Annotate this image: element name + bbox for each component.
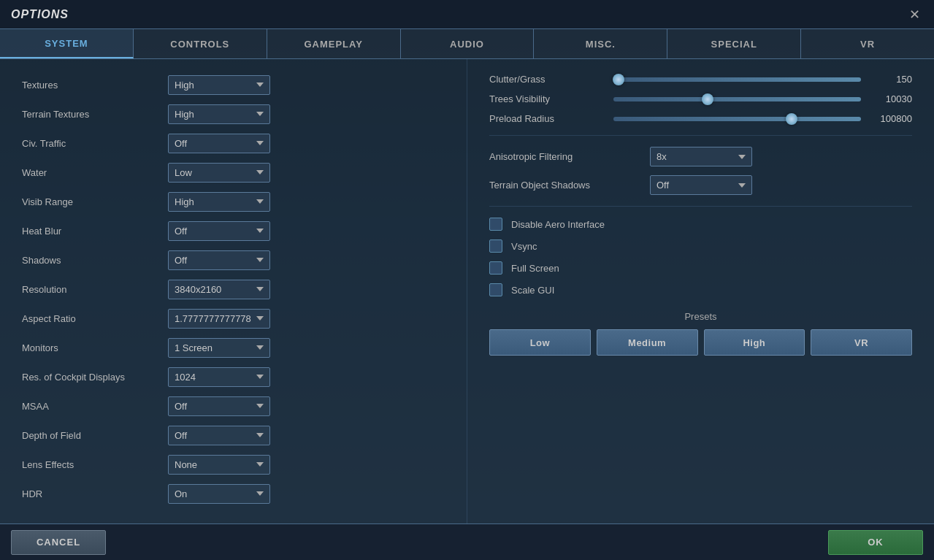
terrain-object-shadows-label: Terrain Object Shadows — [489, 180, 650, 191]
tab-controls[interactable]: CONTROLS — [134, 29, 267, 58]
setting-dof: Depth of Field OffLowMediumHigh — [22, 424, 445, 446]
setting-monitors: Monitors 1 Screen2 Screens3 Screens — [22, 337, 445, 358]
ok-button[interactable]: OK — [828, 530, 923, 555]
vsync-label: Vsync — [511, 241, 537, 252]
divider-1 — [489, 135, 912, 136]
monitors-control: 1 Screen2 Screens3 Screens — [168, 338, 445, 358]
tab-vr[interactable]: VR — [801, 29, 934, 58]
tab-special[interactable]: SPECIAL — [667, 29, 801, 58]
lens-effects-dropdown[interactable]: NoneLowMediumHigh — [168, 455, 270, 475]
setting-civ-traffic: Civ. Traffic OffLowMediumHigh — [22, 132, 445, 154]
scale-gui-label: Scale GUI — [511, 285, 554, 296]
textures-dropdown[interactable]: HighMediumLow — [168, 75, 270, 95]
preset-high-button[interactable]: High — [704, 329, 805, 356]
terrain-textures-control: HighMediumLow — [168, 104, 445, 124]
checkboxes-section: Disable Aero Interface Vsync Full Screen… — [489, 218, 912, 296]
preset-low-button[interactable]: Low — [489, 329, 591, 356]
terrain-textures-label: Terrain Textures — [22, 109, 168, 120]
tab-audio[interactable]: AUDIO — [401, 29, 535, 58]
civ-traffic-label: Civ. Traffic — [22, 138, 168, 149]
tab-gameplay-label: GAMEPLAY — [304, 39, 362, 50]
presets-section: Presets Low Medium High VR — [489, 311, 912, 356]
tab-misc[interactable]: MISC. — [534, 29, 667, 58]
preset-medium-button[interactable]: Medium — [597, 329, 698, 356]
fullscreen-checkbox[interactable] — [489, 261, 502, 275]
civ-traffic-control: OffLowMediumHigh — [168, 134, 445, 153]
setting-msaa: MSAA Off2x4x8x — [22, 395, 445, 417]
scale-gui-checkbox[interactable] — [489, 283, 502, 296]
resolution-dropdown[interactable]: 3840x21601920x10802560x1440 — [168, 280, 270, 299]
disable-aero-label: Disable Aero Interface — [511, 219, 605, 230]
setting-resolution: Resolution 3840x21601920x10802560x1440 — [22, 278, 445, 300]
aspect-ratio-dropdown[interactable]: 1.77777777777781.3333333333333 — [168, 309, 270, 329]
tabbar: SYSTEM CONTROLS GAMEPLAY AUDIO MISC. SPE… — [0, 29, 934, 59]
trees-visibility-label: Trees Visibility — [489, 93, 606, 104]
clutter-grass-label: Clutter/Grass — [489, 74, 606, 85]
monitors-dropdown[interactable]: 1 Screen2 Screens3 Screens — [168, 338, 270, 358]
tab-audio-label: AUDIO — [450, 39, 484, 50]
setting-visib-range: Visib Range HighMediumLow — [22, 191, 445, 212]
water-label: Water — [22, 167, 168, 178]
msaa-control: Off2x4x8x — [168, 396, 445, 416]
water-dropdown[interactable]: LowMediumHigh — [168, 163, 270, 183]
setting-terrain-textures: Terrain Textures HighMediumLow — [22, 103, 445, 125]
content-area: Textures HighMediumLow Terrain Textures … — [0, 59, 934, 523]
dof-control: OffLowMediumHigh — [168, 426, 445, 445]
msaa-dropdown[interactable]: Off2x4x8x — [168, 396, 270, 416]
titlebar: OPTIONS ✕ — [0, 0, 934, 29]
cockpit-displays-label: Res. of Cockpit Displays — [22, 372, 168, 383]
terrain-textures-dropdown[interactable]: HighMediumLow — [168, 104, 270, 124]
slider-preload-radius: Preload Radius 100800 — [489, 113, 912, 124]
aspect-ratio-control: 1.77777777777781.3333333333333 — [168, 309, 445, 329]
preload-radius-thumb[interactable] — [786, 113, 797, 125]
textures-control: HighMediumLow — [168, 75, 445, 95]
checkbox-disable-aero: Disable Aero Interface — [489, 218, 912, 231]
checkbox-fullscreen: Full Screen — [489, 261, 912, 275]
tab-system[interactable]: SYSTEM — [0, 29, 134, 58]
checkbox-scale-gui: Scale GUI — [489, 283, 912, 296]
options-window: OPTIONS ✕ SYSTEM CONTROLS GAMEPLAY AUDIO… — [0, 0, 934, 560]
filter-terrain-shadow: Terrain Object Shadows OffLowMediumHigh — [489, 175, 912, 195]
disable-aero-checkbox[interactable] — [489, 218, 502, 231]
slider-trees-visibility: Trees Visibility 10030 — [489, 93, 912, 104]
hdr-dropdown[interactable]: OnOff — [168, 484, 270, 504]
dof-dropdown[interactable]: OffLowMediumHigh — [168, 426, 270, 445]
clutter-grass-track[interactable] — [613, 77, 861, 82]
resolution-label: Resolution — [22, 284, 168, 295]
visib-range-dropdown[interactable]: HighMediumLow — [168, 192, 270, 212]
tab-special-label: SPECIAL — [711, 39, 757, 50]
setting-lens-effects: Lens Effects NoneLowMediumHigh — [22, 453, 445, 475]
right-panel: Clutter/Grass 150 Trees Visibility 10030… — [467, 59, 934, 523]
shadows-dropdown[interactable]: OffLowMediumHigh — [168, 250, 270, 270]
textures-label: Textures — [22, 80, 168, 91]
setting-water: Water LowMediumHigh — [22, 161, 445, 183]
cockpit-displays-control: 10245122048 — [168, 367, 445, 387]
divider-2 — [489, 206, 912, 207]
setting-hdr: HDR OnOff — [22, 483, 445, 505]
visib-range-label: Visib Range — [22, 196, 168, 207]
heat-blur-dropdown[interactable]: OffOn — [168, 221, 270, 241]
footer: CANCEL OK — [0, 523, 934, 560]
resolution-control: 3840x21601920x10802560x1440 — [168, 280, 445, 299]
trees-visibility-thumb[interactable] — [702, 93, 713, 105]
clutter-grass-thumb[interactable] — [613, 74, 624, 85]
close-button[interactable]: ✕ — [906, 6, 923, 23]
trees-visibility-track[interactable] — [613, 97, 861, 101]
preset-vr-button[interactable]: VR — [811, 329, 912, 356]
tab-misc-label: MISC. — [586, 39, 616, 50]
shadows-control: OffLowMediumHigh — [168, 250, 445, 270]
preload-radius-track[interactable] — [613, 117, 861, 121]
presets-title: Presets — [489, 311, 912, 322]
cockpit-displays-dropdown[interactable]: 10245122048 — [168, 367, 270, 387]
tab-gameplay[interactable]: GAMEPLAY — [267, 29, 401, 58]
visib-range-control: HighMediumLow — [168, 192, 445, 212]
tab-vr-label: VR — [860, 39, 875, 50]
civ-traffic-dropdown[interactable]: OffLowMediumHigh — [168, 134, 270, 153]
slider-clutter-grass: Clutter/Grass 150 — [489, 74, 912, 85]
cancel-button[interactable]: CANCEL — [11, 530, 106, 555]
terrain-object-shadows-dropdown[interactable]: OffLowMediumHigh — [650, 175, 752, 195]
dof-label: Depth of Field — [22, 430, 168, 441]
tab-system-label: SYSTEM — [45, 38, 88, 49]
vsync-checkbox[interactable] — [489, 239, 502, 253]
anisotropic-filtering-dropdown[interactable]: 8xOff2x4x16x — [650, 147, 752, 166]
